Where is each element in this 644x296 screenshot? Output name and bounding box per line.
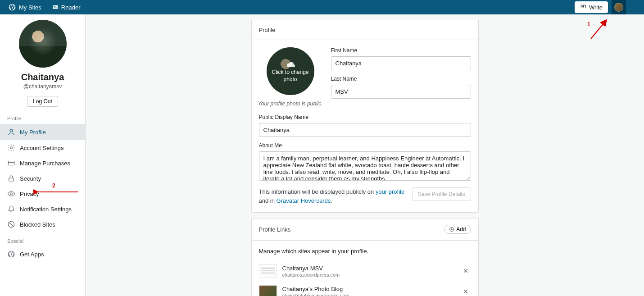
photo-public-note: Your profile photo is public.	[258, 100, 323, 107]
sidebar-item-label: Notification Settings	[20, 206, 72, 213]
sidebar-item-my-profile[interactable]: My Profile	[0, 124, 85, 140]
remove-link-button[interactable]	[460, 286, 471, 296]
add-link-button[interactable]: Add	[444, 225, 471, 234]
sidebar-display-name: Chaitanya	[5, 72, 81, 82]
profile-links-card: Profile Links Add Manage which sites app…	[251, 218, 479, 296]
display-name-input[interactable]	[259, 123, 471, 137]
svg-rect-1	[53, 5, 58, 9]
reader-label: Reader	[61, 4, 81, 11]
write-label: Write	[589, 4, 603, 11]
change-photo-label: Click to change photo	[267, 69, 314, 83]
display-name-label: Public Display Name	[259, 114, 471, 120]
links-description: Manage which sites appear in your profil…	[259, 248, 471, 261]
profile-link-row: Chaitanya's Photo Blog chaitphotoblog.wo…	[259, 282, 471, 296]
sidebar-item-get-apps[interactable]: Get Apps	[0, 246, 85, 262]
svg-rect-3	[54, 8, 57, 8]
svg-point-6	[10, 147, 13, 149]
profile-link-row: Chaitanya MSV chaitpress.wordpress.com	[259, 261, 471, 282]
close-icon	[462, 288, 469, 295]
sidebar-item-label: Blocked Sites	[20, 221, 55, 228]
sidebar-handle: @chaitanyamsv	[5, 83, 81, 90]
first-name-label: First Name	[331, 47, 471, 54]
sidebar-item-manage-purchases[interactable]: Manage Purchases	[0, 155, 85, 171]
nav-my-sites[interactable]: My Sites	[4, 0, 46, 14]
link-title[interactable]: Chaitanya MSV	[282, 265, 455, 272]
svg-rect-2	[54, 6, 55, 7]
remove-link-button[interactable]	[460, 265, 471, 278]
site-thumbnail	[259, 285, 277, 296]
save-profile-button[interactable]: Save Profile Details	[412, 187, 471, 201]
svg-point-5	[10, 129, 13, 132]
sidebar-item-security[interactable]: Security	[0, 171, 85, 186]
sidebar: Chaitanya @chaitanyamsv Log Out Profile …	[0, 14, 86, 296]
sidebar-item-blocked-sites[interactable]: Blocked Sites	[0, 217, 85, 232]
sidebar-item-label: Security	[20, 175, 41, 182]
profile-card-header: Profile	[252, 20, 478, 40]
public-info-note: This information will be displayed publi…	[259, 187, 405, 205]
section-special-header: Special	[0, 232, 85, 246]
svg-rect-8	[9, 178, 14, 181]
svg-rect-4	[54, 8, 57, 9]
notifications-button[interactable]	[626, 0, 640, 14]
add-label: Add	[456, 226, 466, 232]
sidebar-item-label: Privacy	[20, 191, 39, 197]
link-url: chaitpress.wordpress.com	[282, 272, 455, 278]
sidebar-item-label: Account Settings	[20, 145, 64, 151]
your-profile-link[interactable]: your profile	[376, 188, 404, 195]
first-name-input[interactable]	[331, 56, 471, 70]
change-photo-button[interactable]: Click to change photo	[267, 47, 314, 95]
last-name-input[interactable]	[331, 85, 471, 99]
sidebar-item-notification-settings[interactable]: Notification Settings	[0, 201, 85, 217]
about-me-label: About Me	[259, 142, 471, 149]
sidebar-item-label: Manage Purchases	[20, 160, 70, 167]
avatar[interactable]	[19, 20, 67, 68]
svg-rect-7	[8, 161, 14, 165]
topbar: My Sites Reader Write	[0, 0, 644, 14]
link-title[interactable]: Chaitanya's Photo Blog	[282, 286, 455, 292]
gravatar-link[interactable]: Gravatar Hovercards	[277, 197, 331, 204]
close-icon	[462, 267, 469, 274]
logout-button[interactable]: Log Out	[27, 96, 58, 107]
section-profile-header: Profile	[0, 109, 85, 124]
my-sites-label: My Sites	[19, 4, 41, 11]
link-url: chaitphotoblog.wordpress.com	[282, 293, 455, 296]
sidebar-item-account-settings[interactable]: Account Settings	[0, 140, 85, 155]
profile-card: Profile Click to change photo Your profi…	[251, 20, 479, 213]
site-thumbnail	[259, 264, 277, 278]
write-button[interactable]: Write	[575, 1, 608, 13]
svg-point-9	[10, 193, 13, 195]
plus-icon	[449, 227, 454, 232]
about-me-textarea[interactable]: I am a family man, perpetual learner, an…	[259, 151, 471, 181]
sidebar-item-label: My Profile	[20, 129, 46, 136]
nav-reader[interactable]: Reader	[48, 0, 85, 14]
sidebar-item-privacy[interactable]: Privacy	[0, 186, 85, 201]
last-name-label: Last Name	[331, 76, 471, 82]
profile-links-header: Profile Links	[259, 226, 291, 233]
sidebar-item-label: Get Apps	[20, 251, 44, 258]
account-avatar-button[interactable]	[612, 0, 626, 14]
